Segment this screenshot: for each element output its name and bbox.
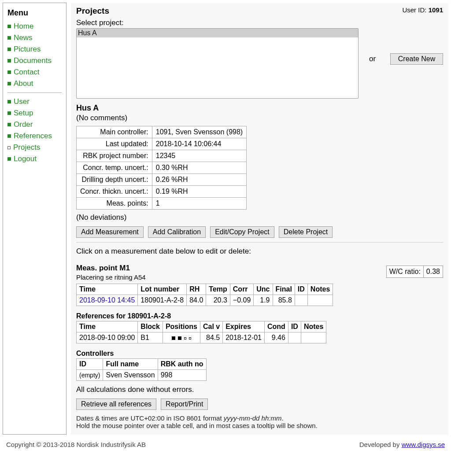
- table-row: Concr. temp. uncert.:0.30 %RH: [77, 162, 247, 174]
- copyright-text: Copyright © 2013-2018 Nordisk Industrify…: [6, 441, 146, 448]
- project-select[interactable]: Hus A: [76, 28, 359, 99]
- wc-ratio-label: W/C ratio:: [387, 266, 424, 277]
- table-row: (empty) Sven Svensson 998: [77, 370, 207, 381]
- square-icon: [7, 111, 11, 115]
- menu-item-home[interactable]: Home: [7, 22, 62, 31]
- page-title: Projects: [76, 6, 109, 16]
- project-comments: (No comments): [76, 114, 443, 122]
- menu-item-references[interactable]: References: [7, 132, 62, 140]
- menu-item-news[interactable]: News: [7, 33, 62, 42]
- menu-item-pictures[interactable]: Pictures: [7, 45, 62, 54]
- add-calibration-button[interactable]: Add Calibration: [148, 226, 206, 238]
- menu-item-logout[interactable]: Logout: [7, 155, 62, 163]
- footer-note: Dates & times are UTC+02:00 in ISO 8601 …: [76, 414, 443, 429]
- square-icon: [7, 100, 11, 103]
- wc-ratio-box: W/C ratio: 0.38: [386, 266, 443, 278]
- square-icon: [7, 70, 11, 74]
- square-icon: [7, 82, 11, 85]
- project-name: Hus A: [76, 103, 443, 113]
- menu-item-documents[interactable]: Documents: [7, 56, 62, 65]
- create-new-button[interactable]: Create New: [390, 53, 443, 65]
- square-icon: [7, 25, 11, 28]
- square-icon: [7, 59, 11, 63]
- menu-title: Menu: [7, 8, 62, 18]
- project-details-table: Main controller:1091, Sven Svensson (998…: [76, 126, 247, 210]
- position-filled-icon: [178, 336, 181, 340]
- menu-separator: [7, 92, 62, 93]
- square-icon: [7, 36, 11, 40]
- wc-ratio-value: 0.38: [424, 266, 443, 277]
- square-icon: [7, 134, 11, 138]
- position-filled-icon: [172, 336, 175, 340]
- add-measurement-button[interactable]: Add Measurement: [76, 226, 144, 238]
- status-text: All calculations done without errors.: [76, 385, 443, 394]
- square-icon: [7, 123, 11, 126]
- position-open-icon: [184, 337, 186, 339]
- square-open-icon: [7, 146, 11, 149]
- menu-item-user[interactable]: User: [7, 97, 62, 106]
- project-option[interactable]: Hus A: [77, 29, 358, 37]
- report-print-button[interactable]: Report/Print: [161, 399, 208, 410]
- table-row: 2018-09-10 09:00 B1 84.5 2018-12-01 9.46: [77, 332, 326, 343]
- meas-point-title: Meas. point M1: [76, 264, 146, 273]
- meas-point-subtitle: Placering se ritning A54: [76, 273, 146, 281]
- position-open-icon: [189, 337, 191, 339]
- menu-item-about[interactable]: About: [7, 79, 62, 88]
- edit-copy-project-button[interactable]: Edit/Copy Project: [210, 226, 274, 238]
- developer-link[interactable]: www.digsys.se: [402, 441, 445, 448]
- menu-item-order[interactable]: Order: [7, 120, 62, 129]
- page-footer: Copyright © 2013-2018 Nordisk Industrify…: [0, 437, 451, 452]
- meas-table: Time Lot number RH Temp Corr Unc Final I…: [76, 284, 333, 306]
- or-label: or: [369, 55, 380, 63]
- controllers-table: ID Full name RBK auth no (empty) Sven Sv…: [76, 358, 207, 381]
- menu-item-projects[interactable]: Projects: [7, 143, 62, 152]
- positions-cell: [163, 332, 200, 343]
- table-row: RBK project number:12345: [77, 150, 247, 162]
- table-row: Concr. thickn. uncert.:0.19 %RH: [77, 186, 247, 198]
- table-row: Meas. points:1: [77, 198, 247, 210]
- instruction-text: Click on a measurement date below to edi…: [76, 247, 443, 256]
- project-deviations: (No deviations): [76, 213, 443, 222]
- table-row: Main controller:1091, Sven Svensson (998…: [77, 126, 247, 138]
- user-id: User ID: 1091: [402, 6, 443, 14]
- menu-item-setup[interactable]: Setup: [7, 109, 62, 118]
- references-title: References for 180901-A-2-8: [76, 312, 443, 320]
- references-table: Time Block Positions Cal v Expires Cond …: [76, 321, 326, 343]
- meas-time-link[interactable]: 2018-09-10 14:45: [79, 296, 135, 304]
- divider: [76, 242, 443, 243]
- retrieve-references-button[interactable]: Retrieve all references: [76, 399, 156, 410]
- square-icon: [7, 157, 11, 161]
- table-row: Last updated:2018-10-14 10:06:44: [77, 138, 247, 150]
- square-icon: [7, 48, 11, 51]
- sidebar: Menu Home News Pictures Documents Contac…: [3, 3, 67, 435]
- delete-project-button[interactable]: Delete Project: [279, 226, 333, 238]
- select-project-label: Select project:: [76, 18, 359, 27]
- table-row: Drilling depth uncert.:0.26 %RH: [77, 174, 247, 186]
- table-row: 2018-09-10 14:45 180901-A-2-8 84.0 20.3 …: [77, 295, 333, 306]
- main-panel: Projects User ID: 1091 Select project: H…: [71, 3, 448, 435]
- menu-item-contact[interactable]: Contact: [7, 68, 62, 77]
- controllers-title: Controllers: [76, 350, 443, 358]
